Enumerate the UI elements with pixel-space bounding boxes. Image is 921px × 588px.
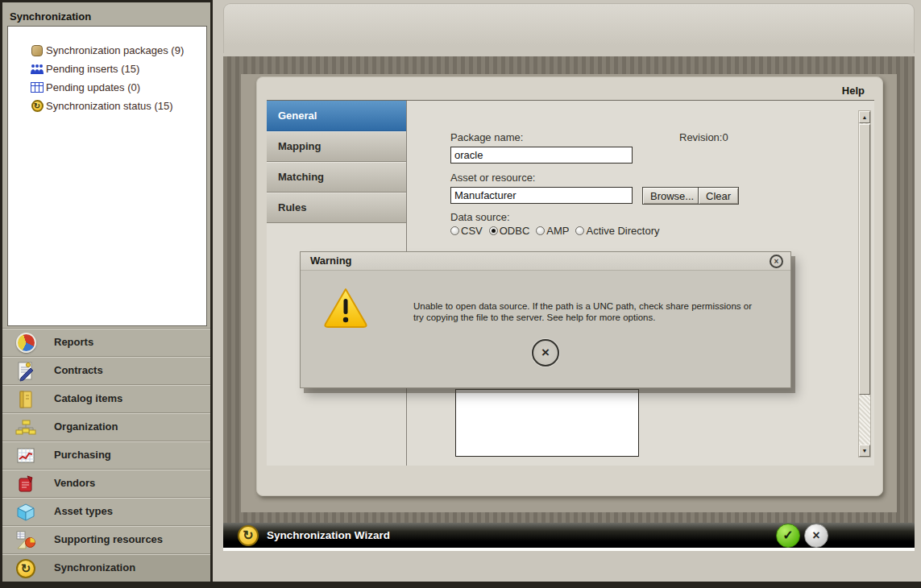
radio-amp-label[interactable]: AMP xyxy=(546,225,569,237)
vendors-icon xyxy=(14,473,38,495)
asset-resource-input[interactable] xyxy=(450,187,633,204)
pending-inserts-icon xyxy=(31,63,44,75)
warning-triangle-icon xyxy=(323,287,368,331)
pending-updates-icon xyxy=(31,81,44,93)
application-window: Synchronization Synchronization packages… xyxy=(0,0,921,588)
package-name-label: Package name: xyxy=(450,131,523,143)
radio-active-directory[interactable] xyxy=(575,226,584,235)
tree-item-label: Synchronization status (15) xyxy=(46,100,173,112)
radio-active-directory-label[interactable]: Active Directory xyxy=(586,225,659,237)
clear-button[interactable]: Clear xyxy=(698,187,739,205)
tree-item-pending-updates[interactable]: Pending updates (0) xyxy=(8,78,206,97)
cancel-button[interactable]: × xyxy=(804,524,828,548)
sidebar-item-supporting-resources[interactable]: Supporting resources xyxy=(2,525,210,553)
vertical-scrollbar: ▲ ▼ xyxy=(858,110,871,458)
tab-mapping[interactable]: Mapping xyxy=(267,131,406,162)
sync-wizard-icon: ↻ xyxy=(238,525,259,546)
dialog-body: Unable to open data source. If the path … xyxy=(301,271,790,388)
sync-status-icon: ↻ xyxy=(31,100,44,112)
dialog-close-icon[interactable]: × xyxy=(770,255,783,268)
dialog-message: Unable to open data source. If the path … xyxy=(413,301,760,323)
empty-listbox[interactable] xyxy=(455,389,639,457)
sidebar-title: Synchronization xyxy=(10,10,91,23)
tab-rules[interactable]: Rules xyxy=(267,193,406,223)
tree-item-sync-packages[interactable]: Synchronization packages (9) xyxy=(8,41,206,60)
dialog-title-bar: Warning × xyxy=(301,252,790,271)
footer-buttons: ✓ × xyxy=(776,523,828,548)
wizard-footer-bar: ↻ Synchronization Wizard ✓ × xyxy=(223,523,915,548)
radio-csv[interactable] xyxy=(450,226,459,235)
contract-icon xyxy=(14,360,38,382)
radio-odbc-label[interactable]: ODBC xyxy=(500,225,530,237)
sidebar-item-purchasing[interactable]: Purchasing xyxy=(2,441,210,469)
scroll-down-button[interactable]: ▼ xyxy=(859,445,870,457)
dialog-dismiss-button[interactable]: × xyxy=(532,339,559,366)
sidebar-item-vendors[interactable]: Vendors xyxy=(2,469,210,497)
tree-item-pending-inserts[interactable]: Pending inserts (15) xyxy=(8,60,206,78)
sidebar: Synchronization Synchronization packages… xyxy=(2,2,210,582)
data-source-options: CSV ODBC AMP Active Directory xyxy=(450,225,666,237)
sidebar-item-synchronization[interactable]: ↻ Synchronization xyxy=(2,553,210,582)
warning-dialog: Warning × Unable to open data source. If… xyxy=(300,251,791,388)
dialog-title: Warning xyxy=(310,255,352,267)
sidebar-item-organization[interactable]: Organization xyxy=(2,412,210,441)
scroll-up-button[interactable]: ▲ xyxy=(859,111,870,123)
cube-icon xyxy=(14,501,38,523)
tree-item-label: Pending updates (0) xyxy=(46,81,140,93)
package-name-input[interactable] xyxy=(450,147,633,164)
radio-amp[interactable] xyxy=(536,226,545,235)
sidebar-nav: Reports Contracts Catalog items Organiza… xyxy=(2,328,210,582)
main-header-panel xyxy=(223,3,915,53)
radio-csv-label[interactable]: CSV xyxy=(461,225,483,237)
ok-button[interactable]: ✓ xyxy=(776,524,800,548)
catalog-icon xyxy=(14,388,38,410)
resources-icon xyxy=(14,529,38,551)
sync-tree-panel: Synchronization packages (9) Pending ins… xyxy=(7,26,207,326)
tree-item-label: Synchronization packages (9) xyxy=(46,44,184,56)
sync-icon: ↻ xyxy=(14,557,38,579)
footer-divider xyxy=(223,548,915,551)
wizard-title: Synchronization Wizard xyxy=(267,529,390,541)
sidebar-item-catalog-items[interactable]: Catalog items xyxy=(2,384,210,412)
data-source-label: Data source: xyxy=(450,211,510,223)
revision-label: Revision:0 xyxy=(679,131,728,143)
tree-item-label: Pending inserts (15) xyxy=(46,63,139,75)
asset-resource-label: Asset or resource: xyxy=(450,172,536,184)
help-link[interactable]: Help xyxy=(842,85,865,97)
pie-chart-icon xyxy=(14,332,38,354)
sidebar-item-reports[interactable]: Reports xyxy=(2,328,210,356)
tab-general[interactable]: General xyxy=(267,101,406,131)
tree-item-sync-status[interactable]: ↻ Synchronization status (15) xyxy=(8,97,206,115)
sidebar-item-contracts[interactable]: Contracts xyxy=(2,356,210,384)
tab-matching[interactable]: Matching xyxy=(267,162,406,193)
package-icon xyxy=(31,44,44,56)
org-chart-icon xyxy=(14,416,38,438)
browse-button[interactable]: Browse... xyxy=(642,187,702,205)
radio-odbc[interactable] xyxy=(489,226,498,235)
purchasing-chart-icon xyxy=(14,445,38,466)
sidebar-item-asset-types[interactable]: Asset types xyxy=(2,497,210,525)
scrollbar-thumb[interactable] xyxy=(859,124,870,395)
